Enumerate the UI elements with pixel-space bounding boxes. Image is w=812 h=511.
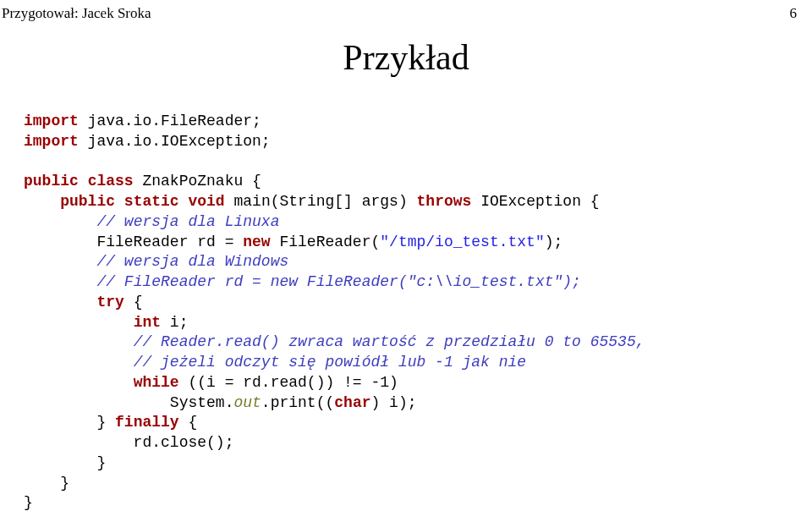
code-text: ((i = rd.read()) != -1) — [179, 374, 398, 391]
keyword-void: void — [188, 193, 224, 210]
code-text: java.io.IOException; — [79, 133, 271, 150]
keyword-try: try — [96, 294, 123, 310]
code-text: FileReader rd = — [24, 234, 243, 250]
keyword-while: while — [134, 374, 179, 391]
keyword-class: class — [88, 173, 134, 190]
code-string: "/tmp/io_test.txt" — [380, 234, 544, 250]
keyword-public: public — [60, 193, 115, 210]
code-comment: // wersja dla Windows — [96, 253, 288, 270]
code-text: main(String[] args) — [225, 193, 417, 210]
keyword-finally: finally — [115, 414, 179, 431]
code-field: out — [233, 394, 261, 411]
keyword-static: static — [124, 193, 179, 210]
code-text: System. — [24, 394, 233, 411]
keyword-import: import — [24, 133, 79, 150]
code-text: { — [179, 414, 198, 431]
code-text: } — [24, 475, 69, 492]
keyword-throws: throws — [417, 193, 472, 210]
code-text: java.io.FileReader; — [79, 113, 261, 129]
code-comment: // jeżeli odczyt się powiódł lub -1 jak … — [134, 354, 526, 371]
code-text: .print(( — [261, 394, 334, 411]
code-text: i; — [161, 314, 188, 331]
code-text: } — [24, 414, 115, 431]
code-text: ZnakPoZnaku { — [134, 173, 261, 190]
page-number: 6 — [790, 5, 798, 22]
code-text: ) i); — [371, 394, 417, 411]
page-header: Przygotował: Jacek Sroka 6 — [0, 0, 812, 22]
code-comment: // wersja dla Linuxa — [96, 213, 279, 230]
keyword-public: public — [24, 173, 79, 190]
code-comment: // FileReader rd = new FileReader("c:\\i… — [96, 273, 581, 290]
code-comment: // Reader.read() zwraca wartość z przedz… — [134, 333, 645, 350]
author-label: Przygotował: Jacek Sroka — [2, 5, 151, 22]
code-block: import java.io.FileReader; import java.i… — [0, 112, 812, 511]
code-text: rd.close(); — [24, 434, 233, 451]
code-text: } — [24, 454, 106, 471]
keyword-int: int — [134, 314, 161, 331]
code-text: } — [24, 494, 33, 511]
code-text: ); — [545, 234, 563, 250]
page-title: Przykład — [0, 37, 812, 78]
code-text: { — [124, 294, 143, 310]
keyword-new: new — [243, 234, 270, 250]
keyword-import: import — [24, 113, 79, 129]
code-text: IOException { — [471, 193, 599, 210]
code-text: FileReader( — [271, 234, 381, 250]
keyword-char: char — [334, 394, 370, 411]
